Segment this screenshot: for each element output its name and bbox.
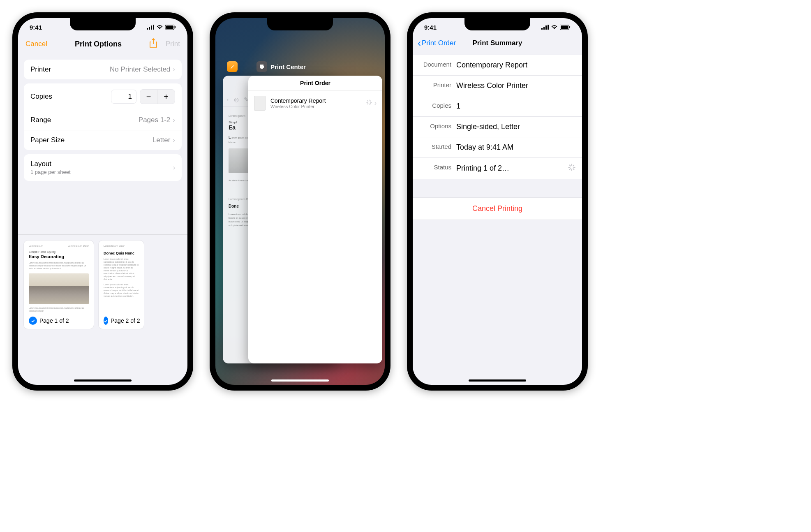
nav-title: Print Options — [75, 40, 122, 49]
chevron-left-icon: ‹ — [418, 37, 421, 49]
printer-label: Printer — [419, 81, 456, 90]
svg-rect-3 — [153, 25, 154, 30]
cancel-button[interactable]: Cancel — [25, 40, 47, 48]
svg-rect-5 — [166, 25, 173, 29]
svg-rect-20 — [545, 25, 547, 30]
status-label: Status — [419, 164, 456, 173]
svg-rect-21 — [548, 25, 549, 30]
chevron-right-icon: › — [173, 164, 175, 171]
print-order-item[interactable]: Contemporary Report Wireless Color Print… — [248, 91, 382, 116]
paper-size-value: Letter — [152, 136, 170, 144]
copies-value: 1 — [456, 102, 575, 111]
notch — [464, 18, 530, 30]
document-label: Document — [419, 61, 456, 69]
notch — [70, 18, 136, 30]
home-indicator[interactable] — [271, 379, 329, 382]
phone-app-switcher: Print Center ‹ ◎ ✎ Lorem Ipsum Lorem Sim… — [210, 12, 390, 391]
print-center-app-icon — [256, 61, 267, 72]
spinner-icon — [366, 99, 372, 107]
spinner-icon — [568, 164, 575, 173]
phone-print-summary: 9:41 ‹ Print Order Print Summary Documen… — [407, 12, 588, 391]
stepper-plus-button[interactable]: + — [157, 90, 175, 104]
summary-list: Document Contemporary Report Printer Wir… — [413, 55, 582, 179]
layout-row[interactable]: Layout 1 page per sheet › — [24, 154, 182, 181]
svg-line-26 — [573, 165, 574, 166]
started-label: Started — [419, 143, 456, 152]
paper-size-row[interactable]: Paper Size Letter › — [24, 130, 182, 150]
home-indicator[interactable] — [469, 379, 526, 382]
wifi-icon — [551, 24, 558, 31]
svg-rect-0 — [147, 28, 148, 30]
circle-icon: ◎ — [234, 96, 239, 103]
app-card-label-print-center: Print Center — [256, 61, 306, 72]
nav-title: Print Summary — [473, 39, 522, 47]
chevron-right-icon: › — [173, 116, 175, 124]
switcher-card-print-center[interactable]: Print Order Contemporary Report Wireless… — [248, 76, 382, 363]
chevron-right-icon: › — [374, 99, 377, 107]
paper-size-label: Paper Size — [30, 136, 65, 144]
page2-heading: Donec Quis Nunc — [104, 251, 139, 255]
options-label: Options — [419, 123, 456, 131]
svg-rect-6 — [175, 26, 176, 28]
phone-print-options: 9:41 Cancel Print Options Print — [12, 12, 193, 391]
nav-bar: Cancel Print Options Print — [18, 33, 187, 56]
print-settings-section: Copies − + Range Pages 1-2 › Paper Size — [24, 83, 182, 150]
nav-bar: ‹ Print Order Print Summary — [413, 33, 582, 55]
app-card-label-pages — [227, 61, 238, 72]
doc-name: Contemporary Report — [270, 97, 326, 104]
pages-app-icon — [227, 61, 238, 72]
copies-label: Copies — [30, 93, 52, 101]
copies-input[interactable] — [111, 90, 136, 104]
row-started: Started Today at 9:41 AM — [413, 137, 582, 158]
copies-row: Copies − + — [24, 83, 182, 110]
svg-rect-24 — [569, 26, 570, 28]
battery-icon — [560, 24, 571, 31]
layout-sublabel: 1 page per sheet — [30, 169, 71, 175]
started-value: Today at 9:41 AM — [456, 143, 575, 152]
page-thumbnail-2[interactable]: Lorem Ipsum Dolor Donec Quis Nunc Lorem … — [99, 241, 144, 329]
svg-rect-19 — [543, 27, 545, 30]
doc-subtitle: Simple Home Styling — [29, 250, 89, 253]
row-options: Options Single-sided, Letter — [413, 117, 582, 137]
cancel-printing-button[interactable]: Cancel Printing — [413, 197, 582, 220]
status-time: 9:41 — [424, 24, 437, 31]
document-value: Contemporary Report — [456, 61, 575, 69]
back-label: Print Order — [422, 39, 456, 47]
status-time: 9:41 — [30, 24, 42, 31]
page-thumbnail-1[interactable]: Lorem IpsumLorem Ipsum Dolor Simple Home… — [24, 241, 94, 329]
print-button[interactable]: Print — [166, 40, 180, 48]
cellular-icon — [541, 24, 549, 31]
svg-line-15 — [367, 104, 368, 104]
home-indicator[interactable] — [74, 379, 132, 382]
stepper-minus-button[interactable]: − — [140, 90, 157, 104]
svg-rect-18 — [541, 28, 543, 30]
chevron-right-icon: › — [173, 136, 175, 144]
svg-line-17 — [367, 101, 368, 102]
row-document: Document Contemporary Report — [413, 55, 582, 76]
copies-stepper: − + — [140, 89, 175, 104]
svg-rect-2 — [151, 25, 152, 30]
row-printer: Printer Wireless Color Printer — [413, 76, 582, 96]
row-status: Status Printing 1 of 2… — [413, 158, 582, 179]
checkmark-icon[interactable] — [104, 317, 108, 325]
printer-label: Printer — [30, 65, 51, 74]
svg-rect-9 — [261, 67, 263, 69]
checkmark-icon[interactable] — [29, 317, 37, 325]
chevron-right-icon: › — [173, 65, 175, 74]
svg-line-30 — [570, 169, 571, 169]
range-row[interactable]: Range Pages 1-2 › — [24, 110, 182, 130]
share-icon[interactable] — [149, 38, 157, 50]
preview-area: Lorem IpsumLorem Ipsum Dolor Simple Home… — [18, 234, 187, 335]
svg-rect-7 — [260, 65, 263, 66]
range-label: Range — [30, 116, 51, 124]
brush-icon: ✎ — [244, 96, 249, 103]
svg-line-11 — [370, 101, 371, 102]
page-label: Page 2 of 2 — [111, 317, 140, 324]
svg-rect-23 — [561, 25, 568, 29]
svg-line-13 — [370, 104, 371, 104]
back-button[interactable]: ‹ Print Order — [418, 37, 456, 49]
printer-value: No Printer Selected — [110, 65, 170, 74]
print-order-title: Print Order — [248, 76, 382, 91]
printer-row[interactable]: Printer No Printer Selected › — [24, 60, 182, 79]
app-name: Print Center — [270, 63, 306, 70]
